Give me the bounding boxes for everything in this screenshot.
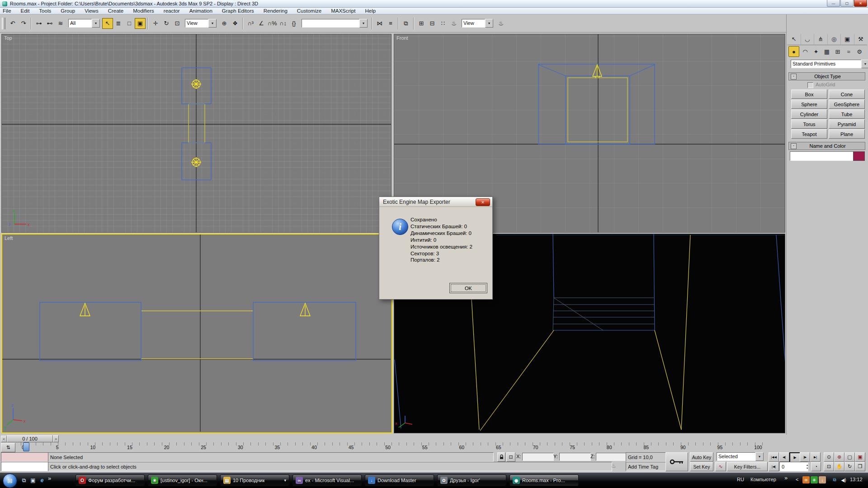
volume-icon[interactable]: ◀): [839, 476, 848, 483]
undo-icon[interactable]: ↶: [7, 18, 18, 29]
select-and-rotate-icon[interactable]: ↻: [161, 18, 172, 29]
window-switcher-icon[interactable]: ▣: [29, 476, 37, 484]
chevron-down-icon[interactable]: ▼: [92, 19, 100, 28]
object-name-field[interactable]: [790, 151, 854, 161]
window-crossing-icon[interactable]: ▣: [135, 18, 146, 29]
goto-start-button[interactable]: |◀◀: [769, 452, 779, 462]
spinner-down-icon[interactable]: ▾: [807, 466, 808, 469]
language-bar-computer[interactable]: Компьютер: [750, 477, 776, 482]
viewport-top[interactable]: Top y x z: [1, 34, 392, 233]
keyable-dropdown[interactable]: Selected ▼: [717, 452, 764, 461]
auto-key-button[interactable]: Auto Key: [690, 452, 713, 462]
collapse-icon[interactable]: -: [791, 143, 797, 149]
open-mini-curve-editor-button[interactable]: ⇅: [1, 443, 15, 452]
current-frame-field[interactable]: 0: [779, 462, 808, 471]
key-mode-toggle[interactable]: |◀|: [769, 462, 779, 471]
spinner-snap-icon[interactable]: ∩↕: [278, 18, 288, 29]
maxscript-mini-listener-white[interactable]: [1, 462, 51, 471]
helpers-category-icon[interactable]: ⊞: [833, 47, 843, 56]
start-button[interactable]: ⊞: [3, 474, 17, 488]
viewport-top-label[interactable]: Top: [4, 35, 12, 41]
angle-snap-icon[interactable]: ∠: [256, 18, 267, 29]
time-slider-prev-button[interactable]: <: [1, 436, 7, 442]
set-key-button[interactable]: Set Key: [690, 462, 713, 471]
select-and-scale-icon[interactable]: ⊡: [172, 18, 183, 29]
chevron-down-icon[interactable]: ▼: [208, 19, 217, 28]
geometry-category-icon[interactable]: ●: [788, 46, 799, 57]
hierarchy-tab-icon[interactable]: ⋔: [814, 34, 828, 44]
motion-tab-icon[interactable]: ◎: [828, 34, 841, 44]
ok-button[interactable]: OK: [449, 283, 487, 293]
schematic-view-icon[interactable]: ⊟: [427, 18, 438, 29]
viewport-left-label[interactable]: Left: [5, 235, 13, 241]
redo-icon[interactable]: ↷: [18, 18, 29, 29]
menu-edit[interactable]: Edit: [21, 8, 30, 14]
zoom-extents-all-button[interactable]: ▣: [855, 452, 865, 462]
set-keys-button[interactable]: [665, 452, 688, 471]
chevron-down-icon[interactable]: ▼: [359, 19, 368, 28]
menu-create[interactable]: Create: [108, 8, 124, 14]
named-selection-dropdown[interactable]: ▼: [302, 19, 368, 28]
goto-end-button[interactable]: ▶|: [810, 452, 821, 462]
menu-group[interactable]: Group: [61, 8, 75, 14]
create-tab-icon[interactable]: ↖: [788, 34, 801, 44]
maximize-button[interactable]: ▢: [840, 0, 854, 7]
play-button[interactable]: ▶: [789, 452, 801, 463]
taskbar-item-visual-studio[interactable]: ∞ ex - Microsoft Visual...: [292, 474, 362, 486]
frame-spinner[interactable]: ▴ ▾: [805, 462, 810, 470]
taskbar-item-explorer-group[interactable]: ▤ 10 Проводник ▾: [220, 474, 289, 486]
viewport-left[interactable]: Left z y x: [1, 234, 392, 433]
display-tab-icon[interactable]: ▣: [841, 34, 854, 44]
quick-render-icon[interactable]: ♨: [495, 18, 506, 29]
select-and-manipulate-icon[interactable]: ❖: [230, 18, 241, 29]
collapse-icon[interactable]: -: [791, 74, 797, 80]
unlink-selection-icon[interactable]: ⊷: [44, 18, 55, 29]
previous-frame-button[interactable]: ◀|: [779, 452, 789, 462]
time-slider-handle[interactable]: [23, 442, 29, 451]
pan-button[interactable]: ✋: [834, 462, 844, 471]
select-and-link-icon[interactable]: ⊶: [33, 18, 44, 29]
menu-reactor[interactable]: reactor: [164, 8, 180, 14]
close-button[interactable]: ✕: [854, 0, 867, 7]
key-filters-button[interactable]: Key Filters...: [727, 462, 768, 471]
align-icon[interactable]: ≡: [385, 18, 396, 29]
dialog-close-button[interactable]: ✕: [476, 198, 490, 206]
network-icon[interactable]: ⧉: [831, 476, 838, 483]
chevron-down-icon[interactable]: ▼: [861, 60, 868, 68]
chevron-down-icon[interactable]: ▼: [755, 452, 764, 461]
tube-button[interactable]: Tube: [829, 109, 865, 119]
absolute-mode-icon[interactable]: ⊡: [506, 452, 515, 462]
language-bar-chevron[interactable]: »: [784, 474, 788, 481]
taskbar-item-download-master[interactable]: ↓ Download Master: [365, 474, 434, 486]
sphere-button[interactable]: Sphere: [791, 99, 827, 109]
zoom-extents-button[interactable]: ▢: [844, 452, 855, 462]
spinner-up-icon[interactable]: ▴: [807, 463, 808, 466]
menu-maxscript[interactable]: MAXScript: [331, 8, 355, 14]
selection-lock-icon[interactable]: [497, 452, 505, 462]
chevron-down-icon[interactable]: ▾: [284, 478, 286, 483]
internet-explorer-icon[interactable]: e: [38, 476, 46, 484]
pyramid-button[interactable]: Pyramid: [829, 119, 865, 129]
select-object-icon[interactable]: ↖: [102, 18, 113, 29]
percent-snap-icon[interactable]: ∩%: [267, 18, 278, 29]
menu-help[interactable]: Help: [365, 8, 376, 14]
time-slider[interactable]: 0 / 100: [7, 435, 53, 442]
box-button[interactable]: Box: [791, 89, 827, 99]
viewport-front-label[interactable]: Front: [396, 35, 408, 41]
object-color-swatch[interactable]: [853, 151, 865, 161]
time-configuration-button[interactable]: ◔: [811, 462, 821, 471]
tray-download-master-icon[interactable]: ↓: [819, 476, 826, 483]
maximize-viewport-button[interactable]: ❒: [855, 462, 865, 471]
maxscript-mini-listener-pink[interactable]: [1, 452, 51, 462]
lights-category-icon[interactable]: ✦: [811, 47, 821, 56]
named-selection-sets-icon[interactable]: {}: [288, 18, 299, 29]
render-scene-icon[interactable]: ♨: [448, 18, 459, 29]
tray-app-icon-2[interactable]: ✳: [811, 476, 818, 483]
next-frame-button[interactable]: |▶: [800, 452, 810, 462]
cameras-category-icon[interactable]: ▦: [822, 47, 832, 56]
teapot-button[interactable]: Teapot: [791, 129, 827, 139]
tray-app-icon-1[interactable]: ≋: [802, 476, 810, 483]
name-and-color-rollout[interactable]: - Name and Color: [788, 142, 865, 150]
utilities-tab-icon[interactable]: ⚒: [854, 34, 868, 44]
menu-file[interactable]: File: [3, 8, 11, 14]
